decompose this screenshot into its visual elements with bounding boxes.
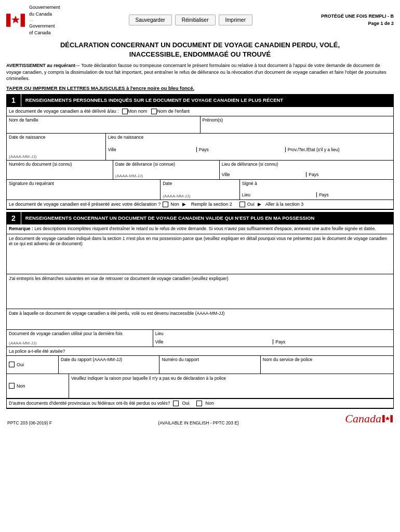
protected-label: PROTÉGÉ UNE FOIS REMPLI - B Page 1 de 2 [321,13,394,27]
print-button[interactable]: Imprimer [219,15,252,25]
dob-row: Date de naissance (AAAA-MM-JJ) Lieu de n… [7,134,393,161]
textarea1-row: Le document de voyage canadien indiqué d… [7,234,393,274]
checkbox-police-oui[interactable] [9,362,15,367]
identity-docs-row: D'autres documents d'identité provinciau… [7,398,393,408]
signature-row: Signature du requérant Date (AAAA-MM-JJ)… [7,180,393,200]
remark-row: Remarque : Les descriptions incomplètes … [7,224,393,234]
form-title: DÉCLARATION CONCERNANT UN DOCUMENT DE VO… [6,41,394,59]
presented-row: Le document de voyage canadien est-il pr… [7,200,393,209]
checkbox-oui[interactable] [239,202,245,207]
last-used-row: Document de voyage canadien utilisé pour… [7,330,393,347]
checkbox-nom-enfant[interactable] [151,109,157,114]
svg-rect-5 [390,415,393,422]
checkbox-non[interactable] [163,202,168,207]
reset-button[interactable]: Réinitialiser [175,15,216,25]
warning-text: AVERTISSEMENT au requérant— Toute déclar… [6,62,394,82]
name-row: Nom de famille Prénom(s) [7,116,393,134]
checkbox-id-non[interactable] [196,401,202,406]
police-non-row: Non Veuillez indiquer la raison pour laq… [7,374,393,398]
section2-header: 2 RENSEIGNEMENTS CONCERNANT UN DOCUMENT … [6,212,394,224]
textarea2-row: J'ai entrepris les démarches suivantes e… [7,274,393,309]
canada-maple-flag-small [382,415,393,422]
svg-rect-4 [382,415,385,422]
checkbox-police-non[interactable] [9,383,15,389]
police-label-row: La police a-t-elle été avisée? [7,347,393,356]
canada-wordmark: Canada [345,412,393,425]
save-button[interactable]: Sauvegarder [129,15,172,25]
svg-rect-1 [20,14,25,26]
doc-info-row: Numéro du document (si connu) Date de dé… [7,161,393,180]
canada-flag-logo [6,11,25,30]
delivery-row: Le document de voyage canadien a été dél… [7,107,393,116]
section1-header: 1 RENSEIGNEMENTS PERSONNELS INDIQUÉS SUR… [6,94,394,107]
date-lost-row: Date à laquelle ce document de voyage ca… [7,309,393,330]
gov-name-fr: Gouvernement du Canada — Government of C… [29,4,60,36]
checkbox-id-oui[interactable] [173,401,179,406]
checkbox-mon-nom[interactable] [122,109,128,114]
svg-rect-0 [6,14,11,26]
english-label: (AVAILABLE IN ENGLISH - PPTC 203 E) [158,420,239,425]
police-oui-row: Oui Date du rapport (AAAA-MM-JJ) Numéro … [7,356,393,374]
instructions: TAPER OU IMPRIMER EN LETTRES MAJUSCULES … [6,85,394,91]
page-footer: PPTC 203 (06-2019) F (AVAILABLE IN ENGLI… [6,412,394,425]
form-code: PPTC 203 (06-2019) F [7,420,52,425]
